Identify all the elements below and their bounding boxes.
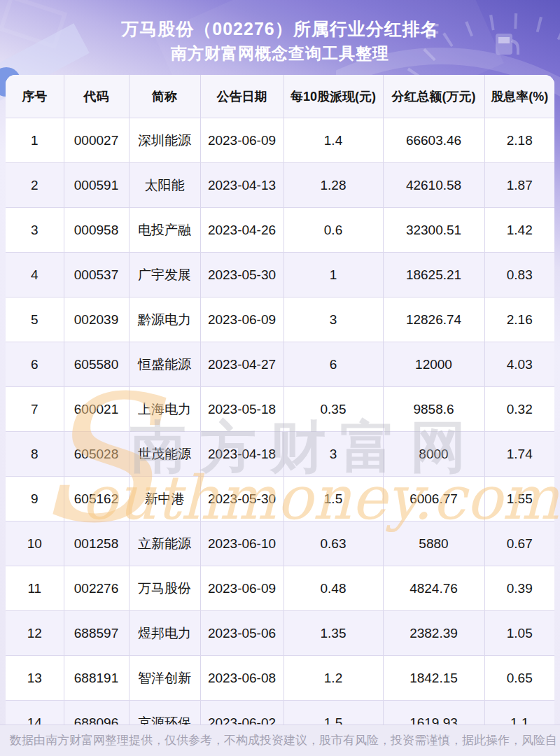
table-cell: 2023-04-27 (200, 342, 284, 387)
table-cell: 6 (6, 342, 64, 387)
table-cell: 12 (6, 611, 64, 656)
table-cell: 000958 (64, 208, 129, 253)
table-cell: 42610.58 (383, 163, 484, 208)
table-row: 5002039黔源电力2023-06-09312826.742.16 (6, 298, 554, 342)
table-cell: 3 (284, 298, 383, 342)
column-header: 分红总额(万元) (383, 75, 484, 118)
table-cell: 5 (6, 298, 64, 342)
table-cell: 1.55 (484, 477, 554, 522)
table-cell: 2023-06-09 (200, 118, 284, 163)
table-body: 1000027深圳能源2023-06-091.466603.462.182000… (6, 118, 554, 725)
table-cell: 世茂能源 (129, 432, 200, 477)
table-cell: 1.4 (284, 118, 383, 163)
table-cell: 605028 (64, 432, 129, 477)
table-row: 2000591太阳能2023-04-131.2842610.581.87 (6, 163, 554, 208)
table-cell: 13 (6, 656, 64, 701)
column-header: 股息率(%) (484, 75, 554, 118)
table-cell: 2023-04-26 (200, 208, 284, 253)
table-cell: 7 (6, 387, 64, 432)
table-cell: 11 (6, 566, 64, 611)
table-cell: 0.35 (284, 387, 383, 432)
table-cell: 0.32 (484, 387, 554, 432)
page-title: 万马股份（002276）所属行业分红排名 (0, 18, 560, 41)
table-cell: 32300.51 (383, 208, 484, 253)
table-cell: 2023-05-06 (200, 611, 284, 656)
table-cell: 1.74 (484, 432, 554, 477)
table-cell: 688597 (64, 611, 129, 656)
table-cell: 9858.6 (383, 387, 484, 432)
table-header-row: 序号代码简称公告日期每10股派现(元)分红总额(万元)股息率(%) (6, 75, 554, 118)
column-header: 简称 (129, 75, 200, 118)
table-cell: 2023-04-18 (200, 432, 284, 477)
table-cell: 1 (284, 253, 383, 298)
table-row: 1000027深圳能源2023-06-091.466603.462.18 (6, 118, 554, 163)
column-header: 每10股派现(元) (284, 75, 383, 118)
table-cell: 2382.39 (383, 611, 484, 656)
table-cell: 0.67 (484, 522, 554, 566)
table-cell: 2.18 (484, 118, 554, 163)
table-cell: 智洋创新 (129, 656, 200, 701)
table-cell: 3 (284, 432, 383, 477)
table-cell: 煜邦电力 (129, 611, 200, 656)
column-header: 序号 (6, 75, 64, 118)
table-cell: 1.35 (284, 611, 383, 656)
table-cell: 4 (6, 253, 64, 298)
table-cell: 2023-06-09 (200, 566, 284, 611)
table-cell: 深圳能源 (129, 118, 200, 163)
table-row: 13688191智洋创新2023-06-081.21842.150.65 (6, 656, 554, 701)
table-cell: 002276 (64, 566, 129, 611)
table-cell: 1.87 (484, 163, 554, 208)
column-header: 公告日期 (200, 75, 284, 118)
table-cell: 9 (6, 477, 64, 522)
table-cell: 3 (6, 208, 64, 253)
table-cell: 8 (6, 432, 64, 477)
table-cell: 688191 (64, 656, 129, 701)
table-cell: 605580 (64, 342, 129, 387)
table-cell: 京源环保 (129, 701, 200, 725)
table-row: 8605028世茂能源2023-04-18380001.74 (6, 432, 554, 477)
table-cell: 2023-06-09 (200, 298, 284, 342)
table-cell: 上海电力 (129, 387, 200, 432)
table-cell: 1.42 (484, 208, 554, 253)
table-cell: 001258 (64, 522, 129, 566)
table-row: 4000537广宇发展2023-05-30118625.210.83 (6, 253, 554, 298)
table-cell: 1 (6, 118, 64, 163)
table-cell: 广宇发展 (129, 253, 200, 298)
table-row: 9605162新中港2023-05-301.56006.771.55 (6, 477, 554, 522)
table-cell: 12826.74 (383, 298, 484, 342)
table-cell: 1.28 (284, 163, 383, 208)
table-cell: 12000 (383, 342, 484, 387)
table-cell: 1.5 (284, 701, 383, 725)
footer-bar: 数据由南方财富网整理提供，仅供参考，不构成投资建议，股市有风险，投资需谨慎，据此… (0, 724, 560, 756)
table-cell: 10 (6, 522, 64, 566)
table-row: 11002276万马股份2023-06-090.484824.760.39 (6, 566, 554, 611)
table-cell: 600021 (64, 387, 129, 432)
table-cell: 2.16 (484, 298, 554, 342)
table-cell: 14 (6, 701, 64, 725)
table-cell: 0.83 (484, 253, 554, 298)
table-cell: 0.39 (484, 566, 554, 611)
table-cell: 605162 (64, 477, 129, 522)
table-row: 14688096京源环保2023-06-021.51619.931.1 (6, 701, 554, 725)
table-cell: 688096 (64, 701, 129, 725)
table-cell: 2023-06-02 (200, 701, 284, 725)
column-header: 代码 (64, 75, 129, 118)
table-cell: 2023-06-08 (200, 656, 284, 701)
table-cell: 000027 (64, 118, 129, 163)
page: F 万马股份（002276）所属行业分红排名 南方财富网概念查询工具整理 序号代… (0, 0, 560, 756)
table-cell: 立新能源 (129, 522, 200, 566)
table-cell: 电投产融 (129, 208, 200, 253)
table-cell: 6 (284, 342, 383, 387)
table-cell: 2023-04-13 (200, 163, 284, 208)
table-cell: 0.65 (484, 656, 554, 701)
table-cell: 5880 (383, 522, 484, 566)
table-cell: 66603.46 (383, 118, 484, 163)
table-cell: 1.1 (484, 701, 554, 725)
dividend-table: 序号代码简称公告日期每10股派现(元)分红总额(万元)股息率(%) 100002… (6, 75, 554, 724)
table-row: 12688597煜邦电力2023-05-061.352382.391.05 (6, 611, 554, 656)
table-cell: 2023-06-10 (200, 522, 284, 566)
table-row: 3000958电投产融2023-04-260.632300.511.42 (6, 208, 554, 253)
table-row: 10001258立新能源2023-06-100.6358800.67 (6, 522, 554, 566)
table-cell: 恒盛能源 (129, 342, 200, 387)
table-cell: 2 (6, 163, 64, 208)
